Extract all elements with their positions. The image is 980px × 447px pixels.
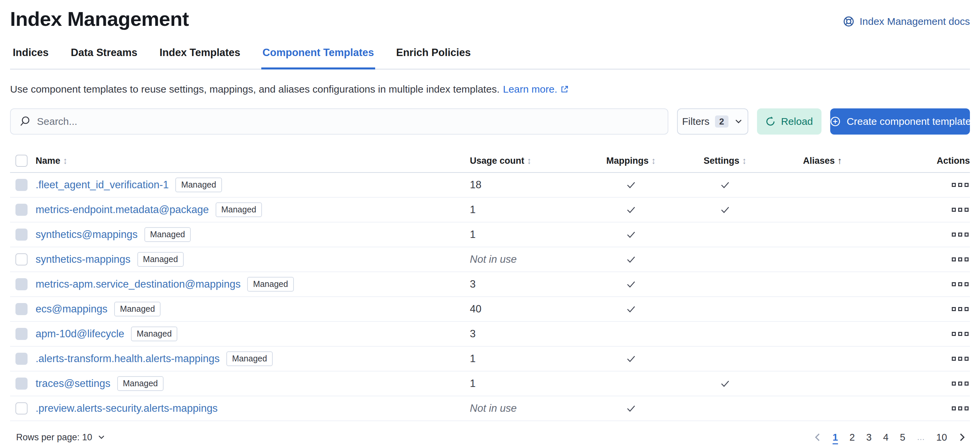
table-body: .fleet_agent_id_verification-1 Managed 1… bbox=[10, 173, 970, 421]
table-row: metrics-endpoint.metadata@package Manage… bbox=[10, 198, 970, 222]
table-row: synthetics-mappings Managed Not in use bbox=[10, 247, 970, 272]
row-actions-button[interactable] bbox=[950, 353, 970, 364]
create-button-label: Create component template bbox=[847, 116, 971, 127]
row-checkbox bbox=[16, 179, 27, 191]
template-name-link[interactable]: synthetics@mappings bbox=[36, 228, 138, 241]
row-actions-button[interactable] bbox=[950, 328, 970, 339]
usage-count: 40 bbox=[470, 303, 481, 315]
usage-count: Not in use bbox=[470, 254, 517, 265]
row-checkbox bbox=[16, 204, 27, 216]
usage-count: 3 bbox=[470, 328, 476, 340]
row-actions-button[interactable] bbox=[950, 254, 970, 265]
column-header-name[interactable]: Name bbox=[36, 156, 60, 166]
mappings-check-icon bbox=[626, 229, 636, 240]
row-actions-button[interactable] bbox=[950, 229, 970, 240]
managed-badge: Managed bbox=[137, 252, 184, 266]
reload-button[interactable]: Reload bbox=[757, 108, 821, 135]
managed-badge: Managed bbox=[131, 327, 177, 341]
page-10[interactable]: 10 bbox=[932, 430, 952, 445]
column-header-usage-count[interactable]: Usage count bbox=[470, 156, 524, 166]
tab-component-templates[interactable]: Component Templates bbox=[261, 47, 375, 70]
chevron-down-icon bbox=[97, 433, 106, 442]
row-actions-button[interactable] bbox=[950, 304, 970, 314]
usage-count: 1 bbox=[470, 204, 476, 216]
managed-badge: Managed bbox=[216, 202, 262, 217]
table-row: apm-10d@lifecycle Managed 3 bbox=[10, 322, 970, 347]
managed-badge: Managed bbox=[226, 351, 273, 366]
column-header-mappings[interactable]: Mappings bbox=[606, 156, 649, 166]
settings-check-icon bbox=[720, 204, 730, 215]
refresh-icon bbox=[765, 116, 775, 127]
template-name-link[interactable]: traces@settings bbox=[36, 377, 110, 390]
mappings-check-icon bbox=[626, 254, 636, 265]
template-name-link[interactable]: .fleet_agent_id_verification-1 bbox=[36, 179, 169, 191]
usage-count: 18 bbox=[470, 179, 481, 191]
managed-badge: Managed bbox=[247, 277, 294, 291]
select-all-checkbox[interactable] bbox=[16, 155, 27, 167]
template-name-link[interactable]: .alerts-transform.health.alerts-mappings bbox=[36, 353, 220, 365]
template-name-link[interactable]: apm-10d@lifecycle bbox=[36, 328, 124, 340]
mappings-check-icon bbox=[626, 403, 636, 414]
table-row: .alerts-transform.health.alerts-mappings… bbox=[10, 347, 970, 371]
page-3[interactable]: 3 bbox=[861, 430, 876, 445]
learn-more-link[interactable]: Learn more. bbox=[503, 84, 569, 95]
template-name-link[interactable]: metrics-apm.service_destination@mappings bbox=[36, 278, 240, 290]
search-box[interactable] bbox=[10, 108, 668, 135]
managed-badge: Managed bbox=[114, 302, 161, 316]
page-description: Use component templates to reuse setting… bbox=[10, 84, 970, 95]
column-header-aliases[interactable]: Aliases bbox=[803, 156, 835, 166]
page-ellipsis: … bbox=[912, 431, 930, 444]
tab-enrich-policies[interactable]: Enrich Policies bbox=[395, 47, 472, 70]
row-actions-button[interactable] bbox=[950, 279, 970, 290]
external-link-icon bbox=[560, 85, 569, 94]
row-actions-button[interactable] bbox=[950, 179, 970, 190]
row-actions-button[interactable] bbox=[950, 403, 970, 414]
row-checkbox[interactable] bbox=[16, 403, 27, 414]
template-name-link[interactable]: ecs@mappings bbox=[36, 303, 107, 315]
next-page-icon[interactable] bbox=[954, 432, 970, 443]
row-checkbox bbox=[16, 278, 27, 290]
column-header-actions: Actions bbox=[937, 156, 970, 166]
page-5[interactable]: 5 bbox=[896, 430, 910, 445]
mappings-check-icon bbox=[626, 353, 636, 364]
docs-link[interactable]: Index Management docs bbox=[843, 16, 970, 27]
table-footer: Rows per page: 10 12345…10 bbox=[10, 427, 970, 447]
filters-count-badge: 2 bbox=[715, 116, 729, 127]
mappings-check-icon bbox=[626, 204, 636, 215]
rows-per-page-label: Rows per page: 10 bbox=[16, 432, 92, 443]
row-actions-button[interactable] bbox=[950, 204, 970, 215]
row-checkbox bbox=[16, 328, 27, 340]
row-actions-button[interactable] bbox=[950, 378, 970, 389]
row-checkbox bbox=[16, 228, 27, 241]
row-checkbox bbox=[16, 377, 27, 390]
search-icon bbox=[19, 116, 31, 127]
tab-data-streams[interactable]: Data Streams bbox=[70, 47, 139, 70]
managed-badge: Managed bbox=[117, 376, 164, 391]
search-input[interactable] bbox=[37, 116, 660, 127]
sortable-icon: ↕ bbox=[527, 156, 531, 166]
tab-index-templates[interactable]: Index Templates bbox=[158, 47, 242, 70]
template-name-link[interactable]: metrics-endpoint.metadata@package bbox=[36, 204, 209, 216]
filters-label: Filters bbox=[682, 116, 710, 127]
row-checkbox bbox=[16, 303, 27, 315]
page-2[interactable]: 2 bbox=[845, 430, 859, 445]
table-row: metrics-apm.service_destination@mappings… bbox=[10, 272, 970, 297]
create-component-template-button[interactable]: Create component template bbox=[830, 108, 970, 135]
tab-indices[interactable]: Indices bbox=[11, 47, 50, 70]
template-name-link[interactable]: synthetics-mappings bbox=[36, 254, 130, 265]
page-1[interactable]: 1 bbox=[828, 430, 843, 445]
description-text: Use component templates to reuse setting… bbox=[10, 84, 500, 95]
managed-badge: Managed bbox=[175, 178, 222, 192]
settings-check-icon bbox=[720, 179, 730, 190]
tab-bar: IndicesData StreamsIndex TemplatesCompon… bbox=[10, 47, 970, 70]
managed-badge: Managed bbox=[145, 227, 191, 242]
rows-per-page-selector[interactable]: Rows per page: 10 bbox=[10, 432, 106, 443]
sort-ascending-icon: ↑ bbox=[838, 156, 842, 166]
template-name-link[interactable]: .preview.alerts-security.alerts-mappings bbox=[36, 403, 218, 414]
page-4[interactable]: 4 bbox=[878, 430, 893, 445]
settings-check-icon bbox=[720, 378, 730, 389]
filters-button[interactable]: Filters 2 bbox=[677, 108, 748, 135]
column-header-settings[interactable]: Settings bbox=[703, 156, 740, 166]
row-checkbox[interactable] bbox=[16, 254, 27, 265]
table-row: ecs@mappings Managed 40 bbox=[10, 297, 970, 322]
